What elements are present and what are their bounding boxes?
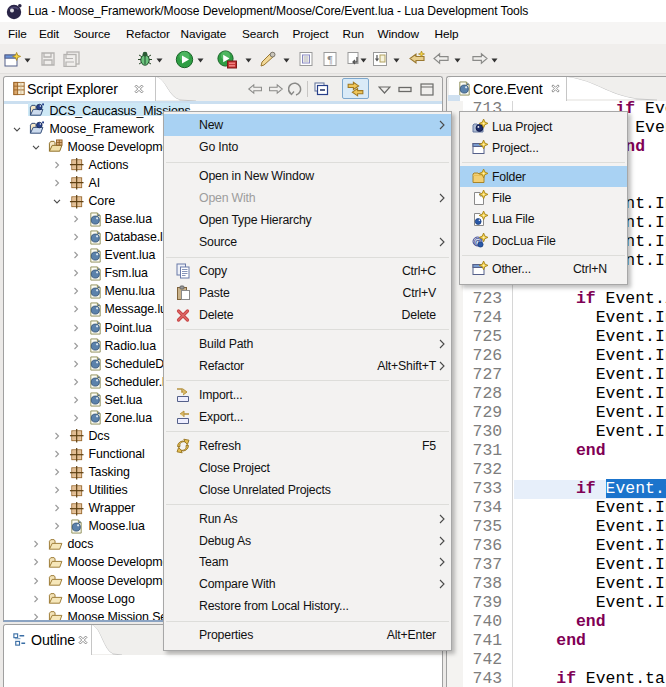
svg-text:¶: ¶ bbox=[328, 53, 333, 65]
